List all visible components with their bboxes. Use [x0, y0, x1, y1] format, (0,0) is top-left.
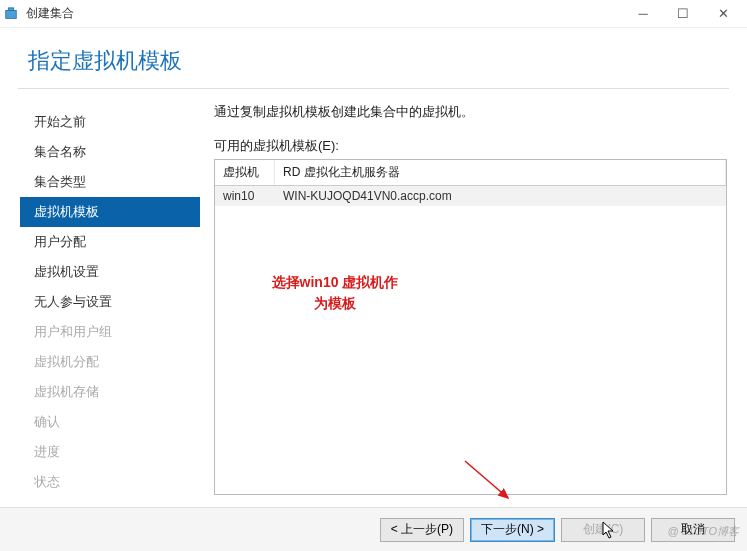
cancel-button[interactable]: 取消	[651, 518, 735, 542]
sidebar-item-progress: 进度	[20, 437, 200, 467]
titlebar: 创建集合 ─ ☐ ✕	[0, 0, 747, 28]
maximize-button[interactable]: ☐	[663, 2, 703, 26]
svg-rect-1	[8, 7, 13, 10]
svg-rect-0	[6, 10, 17, 18]
sidebar-item-vm-alloc: 虚拟机分配	[20, 347, 200, 377]
window-title: 创建集合	[26, 5, 623, 22]
close-button[interactable]: ✕	[703, 2, 743, 26]
sidebar-item-users-groups: 用户和用户组	[20, 317, 200, 347]
minimize-button[interactable]: ─	[623, 2, 663, 26]
table-header: 虚拟机 RD 虚拟化主机服务器	[215, 160, 726, 186]
sidebar-item-name[interactable]: 集合名称	[20, 137, 200, 167]
sidebar-item-start[interactable]: 开始之前	[20, 107, 200, 137]
sidebar-item-vm-storage: 虚拟机存储	[20, 377, 200, 407]
sidebar: 开始之前 集合名称 集合类型 虚拟机模板 用户分配 虚拟机设置 无人参与设置 用…	[20, 103, 200, 509]
svg-line-2	[465, 461, 508, 498]
sidebar-item-status: 状态	[20, 467, 200, 497]
main-panel: 通过复制虚拟机模板创建此集合中的虚拟机。 可用的虚拟机模板(E): 虚拟机 RD…	[200, 103, 727, 509]
col-host[interactable]: RD 虚拟化主机服务器	[275, 160, 726, 185]
sidebar-item-type[interactable]: 集合类型	[20, 167, 200, 197]
intro-text: 通过复制虚拟机模板创建此集合中的虚拟机。	[214, 103, 727, 121]
page-title: 指定虚拟机模板	[28, 46, 719, 76]
page-header: 指定虚拟机模板	[0, 28, 747, 88]
cell-vm: win10	[215, 186, 275, 206]
list-label: 可用的虚拟机模板(E):	[214, 137, 727, 155]
sidebar-item-confirm: 确认	[20, 407, 200, 437]
body: 开始之前 集合名称 集合类型 虚拟机模板 用户分配 虚拟机设置 无人参与设置 用…	[0, 89, 747, 509]
prev-button[interactable]: < 上一步(P)	[380, 518, 464, 542]
app-icon	[4, 6, 20, 22]
sidebar-item-user-assign[interactable]: 用户分配	[20, 227, 200, 257]
col-vm[interactable]: 虚拟机	[215, 160, 275, 185]
sidebar-item-template[interactable]: 虚拟机模板	[20, 197, 200, 227]
window-controls: ─ ☐ ✕	[623, 2, 743, 26]
annotation-arrow-icon	[460, 456, 520, 506]
footer: < 上一步(P) 下一步(N) > 创建(C) 取消	[0, 507, 747, 551]
next-button[interactable]: 下一步(N) >	[470, 518, 555, 542]
table-row[interactable]: win10 WIN-KUJOQD41VN0.accp.com	[215, 186, 726, 206]
create-button: 创建(C)	[561, 518, 645, 542]
cell-host: WIN-KUJOQD41VN0.accp.com	[275, 186, 726, 206]
annotation-text: 选择win10 虚拟机作 为模板	[255, 272, 415, 314]
sidebar-item-unattended[interactable]: 无人参与设置	[20, 287, 200, 317]
sidebar-item-vm-settings[interactable]: 虚拟机设置	[20, 257, 200, 287]
template-table[interactable]: 虚拟机 RD 虚拟化主机服务器 win10 WIN-KUJOQD41VN0.ac…	[214, 159, 727, 495]
